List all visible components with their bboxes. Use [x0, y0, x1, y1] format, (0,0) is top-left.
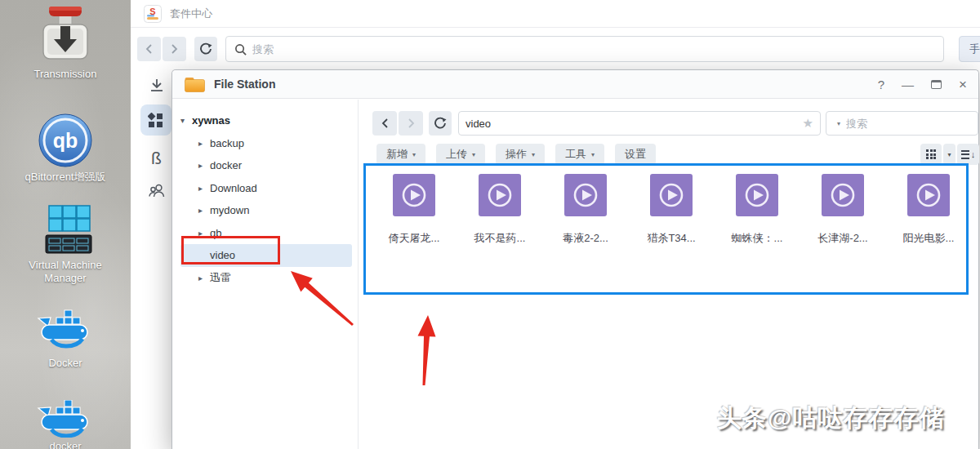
path-bar[interactable]: ★: [458, 111, 821, 136]
folder-tree-panel: ▾ xywnas ▸ backup ▸ docker ▸ Download ▸: [172, 100, 358, 449]
virtual-machine-manager-icon: [38, 204, 92, 256]
desktop-icon-transmission[interactable]: Transmission: [0, 5, 131, 81]
tools-button[interactable]: 工具 ▾: [555, 144, 604, 165]
file-station-toolbar: 新增 ▾ 上传 ▾ 操作 ▾ 工具 ▾ 设置: [376, 144, 656, 165]
back-button[interactable]: [372, 111, 397, 136]
file-station-searchbox[interactable]: ▾: [826, 111, 978, 136]
chevron-left-icon: [145, 43, 153, 55]
chevron-down-icon[interactable]: ▾: [837, 120, 840, 127]
manual-install-button[interactable]: 手动: [959, 36, 980, 62]
annotation-blue-box: [363, 163, 969, 295]
create-button[interactable]: 新增 ▾: [376, 144, 425, 165]
refresh-icon: [199, 42, 212, 56]
watermark: 头条@咕哒存存存储: [717, 402, 944, 435]
sort-button[interactable]: ↓: [957, 144, 979, 165]
action-button[interactable]: 操作 ▾: [496, 144, 545, 165]
desktop-icon-label: docker: [0, 440, 131, 449]
chevron-down-icon[interactable]: ▾: [180, 116, 192, 125]
desktop-icon-label: Docker: [0, 357, 131, 370]
divider: [358, 100, 359, 449]
caret-down-icon: ▾: [472, 151, 475, 158]
package-center-nav: [137, 37, 186, 61]
chevron-right-icon[interactable]: ▸: [198, 139, 210, 148]
chevron-right-icon[interactable]: ▸: [198, 273, 210, 282]
chevron-right-icon[interactable]: ▸: [198, 206, 210, 215]
desktop-icon-label: Virtual Machine Manager: [16, 259, 114, 285]
chevron-right-icon[interactable]: ▸: [198, 184, 210, 193]
transmission-icon: [37, 5, 94, 65]
view-mode-caret-button[interactable]: ▾: [943, 144, 956, 165]
qbittorrent-icon: qb: [38, 113, 93, 168]
chevron-right-icon: [408, 118, 415, 129]
file-station-titlebar[interactable]: File Station ? — ×: [172, 70, 978, 99]
window-title: File Station: [214, 78, 275, 91]
package-center-search-input[interactable]: [252, 43, 935, 56]
window-controls: ? — ×: [878, 70, 967, 99]
annotation-red-box: [181, 236, 280, 265]
minimize-button[interactable]: —: [902, 78, 914, 91]
refresh-button[interactable]: [429, 111, 452, 136]
caret-down-icon: ▾: [412, 151, 416, 158]
refresh-icon: [434, 117, 447, 130]
path-input[interactable]: [466, 118, 803, 130]
file-station-nav: [372, 111, 423, 136]
chevron-left-icon: [381, 118, 389, 129]
package-center-searchbox[interactable]: [225, 36, 944, 62]
tree-item-xunlei[interactable]: ▸ 迅雷: [180, 267, 352, 290]
search-icon: [234, 43, 247, 56]
settings-button[interactable]: 设置: [615, 144, 656, 165]
chevron-right-icon[interactable]: ▸: [198, 161, 210, 170]
forward-button[interactable]: [163, 37, 186, 61]
desktop-icon-label: Transmission: [0, 68, 131, 81]
svg-text:qb: qb: [53, 129, 78, 152]
package-center-icon: S: [144, 5, 162, 23]
folder-icon: [185, 76, 205, 92]
package-center-titlebar: S 套件中心: [131, 0, 980, 28]
desktop-icon-vmm[interactable]: Virtual Machine Manager: [0, 204, 131, 285]
file-search-input[interactable]: [846, 118, 980, 130]
caret-down-icon: ▾: [591, 151, 595, 158]
docker-whale-icon: [37, 400, 94, 438]
caret-down-icon: ▾: [947, 151, 951, 158]
favorite-star-icon[interactable]: ★: [803, 116, 813, 131]
caret-down-icon: ▾: [532, 151, 535, 158]
apps-grid-icon: [148, 113, 163, 128]
close-button[interactable]: ×: [959, 78, 967, 91]
grid-view-icon: [926, 149, 936, 159]
upload-button[interactable]: 上传 ▾: [436, 144, 485, 165]
tree-item-backup[interactable]: ▸ backup: [180, 132, 352, 155]
sort-lines-icon: [961, 150, 969, 159]
desktop-icon-docker[interactable]: Docker: [0, 309, 131, 370]
sidebar-item-all-packages[interactable]: [140, 104, 172, 136]
tree-item-download[interactable]: ▸ Download: [180, 177, 352, 200]
docker-whale-icon: [37, 309, 94, 354]
tree-item-mydown[interactable]: ▸ mydown: [180, 199, 352, 222]
view-mode-button[interactable]: [920, 144, 942, 165]
tree-item-docker[interactable]: ▸ docker: [180, 154, 352, 177]
arrow-down-icon: ↓: [971, 149, 976, 159]
downloads-icon[interactable]: [149, 78, 164, 93]
svg-text:S: S: [149, 7, 155, 16]
desktop-icon-qbittorrent[interactable]: qb qBittorrent增强版: [0, 113, 131, 184]
desktop-wallpaper: Transmission qb qBittorrent增强版: [0, 0, 131, 449]
maximize-button[interactable]: [931, 80, 942, 89]
desktop-icon-docker2[interactable]: docker: [0, 400, 131, 449]
chevron-right-icon: [171, 43, 178, 55]
tree-item-xywnas[interactable]: ▾ xywnas: [180, 109, 352, 132]
back-button[interactable]: [137, 37, 161, 61]
forward-button[interactable]: [399, 111, 423, 136]
desktop-icon-label: qBittorrent增强版: [0, 171, 131, 184]
help-button[interactable]: ?: [878, 78, 884, 91]
package-center-title: 套件中心: [170, 0, 212, 28]
refresh-button[interactable]: [194, 37, 217, 61]
community-people-icon[interactable]: [149, 183, 165, 198]
beta-packages-icon[interactable]: ß: [151, 149, 162, 168]
screen: Transmission qb qBittorrent增强版: [0, 0, 980, 449]
